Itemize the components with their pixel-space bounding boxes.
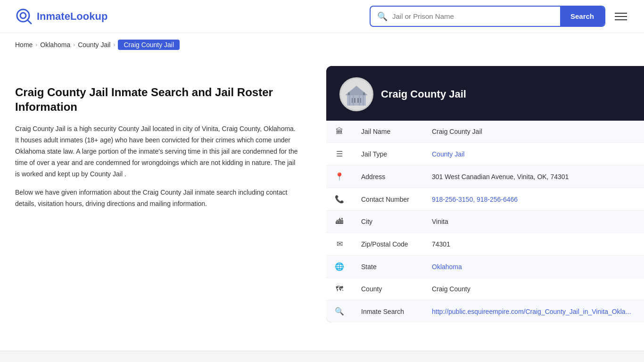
breadcrumb-sep-2: › [73,41,75,48]
svg-point-1 [20,13,26,18]
field-icon: 🗺 [326,278,353,300]
field-value: Craig County Jail [423,121,644,143]
table-row: 📍Address301 West Canadian Avenue, Vinita… [326,165,644,188]
header-right: 🔍 Search [370,6,629,27]
table-row: 🏙CityVinita [326,211,644,233]
field-icon: 📞 [326,188,353,211]
field-label: Inmate Search [353,300,423,323]
field-label: State [353,255,423,278]
field-label: Contact Number [353,188,423,211]
field-icon: 🏙 [326,211,353,233]
svg-rect-12 [363,95,364,106]
main-layout: Craig County Jail Inmate Search and Jail… [0,57,644,341]
description-2: Below we have given information about th… [15,187,298,210]
table-row: ☰Jail TypeCounty Jail [326,143,644,165]
info-card-title: Craig County Jail [381,88,466,100]
left-content: Craig County Jail Inmate Search and Jail… [15,66,317,322]
site-header: InmateLookup 🔍 Search [0,0,644,33]
table-row: 📞Contact Number918-256-3150, 918-256-646… [326,188,644,211]
field-link[interactable]: 918-256-3150, 918-256-6466 [432,196,518,203]
svg-rect-10 [353,95,354,106]
field-label: County [353,278,423,300]
field-icon: 📍 [326,165,353,188]
field-value: 74301 [423,233,644,255]
svg-rect-11 [359,95,360,106]
breadcrumb-sep-1: › [35,41,37,48]
field-icon: 🔍 [326,300,353,323]
info-table: 🏛Jail NameCraig County Jail☰Jail TypeCou… [326,121,644,322]
svg-rect-7 [348,92,350,95]
field-label: Jail Name [353,121,423,143]
field-icon: ✉ [326,233,353,255]
table-row: 🏛Jail NameCraig County Jail [326,121,644,143]
page-heading: Craig County Jail Inmate Search and Jail… [15,85,298,114]
breadcrumb: Home › Oklahoma › County Jail › Craig Co… [0,33,644,57]
svg-rect-9 [349,95,350,106]
breadcrumb-state[interactable]: Oklahoma [40,41,70,49]
field-link[interactable]: County Jail [432,150,464,158]
breadcrumb-home[interactable]: Home [15,41,33,49]
facility-image [339,77,373,111]
field-value[interactable]: County Jail [423,143,644,165]
field-icon: 🏛 [326,121,353,143]
table-row: ✉Zip/Postal Code74301 [326,233,644,255]
footer [0,351,644,362]
facility-building-icon [343,81,370,107]
field-link[interactable]: http://public.esquireempire.com/Craig_Co… [432,308,631,315]
field-label: Zip/Postal Code [353,233,423,255]
field-value[interactable]: http://public.esquireempire.com/Craig_Co… [423,300,644,323]
field-label: City [353,211,423,233]
table-row: 🔍Inmate Searchhttp://public.esquireempir… [326,300,644,323]
svg-rect-8 [363,92,365,95]
field-label: Jail Type [353,143,423,165]
field-value: Craig County [423,278,644,300]
table-row: 🌐StateOklahoma [326,255,644,278]
field-value: 301 West Canadian Avenue, Vinita, OK, 74… [423,165,644,188]
svg-line-2 [27,20,31,24]
table-row: 🗺CountyCraig County [326,278,644,300]
search-button[interactable]: Search [560,7,604,26]
breadcrumb-current: Craig County Jail [118,40,180,50]
field-icon: 🌐 [326,255,353,278]
logo-icon [15,8,33,25]
field-value: Vinita [423,211,644,233]
search-input[interactable] [392,8,560,25]
field-label: Address [353,165,423,188]
field-value[interactable]: 918-256-3150, 918-256-6466 [423,188,644,211]
search-bar: 🔍 Search [370,6,605,27]
search-icon: 🔍 [371,11,392,22]
logo-text: InmateLookup [37,10,107,23]
field-icon: ☰ [326,143,353,165]
hamburger-menu[interactable] [613,11,629,22]
description-1: Craig County Jail is a high security Cou… [15,123,298,180]
info-card-header: Craig County Jail [326,66,644,121]
logo-link[interactable]: InmateLookup [15,8,107,25]
field-value[interactable]: Oklahoma [423,255,644,278]
breadcrumb-type[interactable]: County Jail [78,41,110,49]
breadcrumb-sep-3: › [113,41,115,48]
info-card: Craig County Jail 🏛Jail NameCraig County… [326,66,644,322]
field-link[interactable]: Oklahoma [432,263,462,271]
